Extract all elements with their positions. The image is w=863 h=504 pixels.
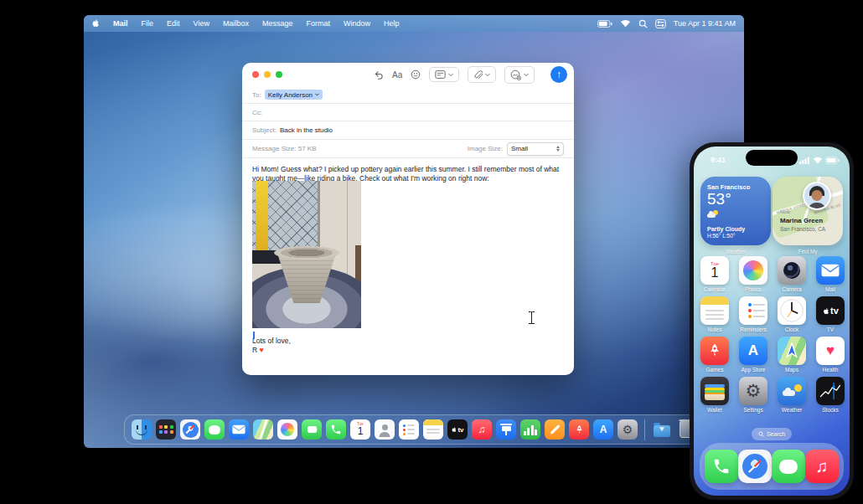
iphone-device: 9:41 San Francisco 53° Partly Cloudy H:5… (690, 142, 854, 500)
wallet-cards-icon (705, 384, 725, 399)
format-button[interactable]: Aa (392, 70, 402, 80)
dock-reminders-icon[interactable] (399, 419, 419, 440)
chevron-down-icon (448, 73, 453, 77)
menu-help[interactable]: Help (377, 19, 406, 28)
spotlight-search-pill[interactable]: Search (752, 428, 792, 440)
app-notes[interactable]: Notes (695, 296, 734, 332)
menu-message[interactable]: Message (256, 19, 300, 28)
dock-music-icon[interactable]: ♫ (472, 419, 492, 440)
dock-mail-icon[interactable] (229, 419, 249, 440)
header-fields-button[interactable] (429, 67, 459, 82)
signature-block[interactable]: Lots of love, R ♥ (252, 337, 291, 355)
dock-downloads-icon[interactable] (652, 419, 672, 440)
clock-face-icon (779, 298, 804, 323)
app-clock[interactable]: Clock (773, 296, 811, 332)
apple-menu[interactable] (84, 18, 106, 30)
dock-pages-icon[interactable] (545, 419, 565, 440)
cellular-signal-icon (799, 157, 810, 164)
app-health[interactable]: ♥ Health (811, 337, 850, 373)
dock-calendar-icon[interactable]: Tue 1 (350, 419, 370, 440)
menu-bar-clock[interactable]: Tue Apr 1 9:41 AM (674, 19, 736, 28)
app-photos[interactable]: Photos (734, 256, 773, 292)
close-button[interactable] (252, 71, 259, 78)
subject-field-row[interactable]: Subject: Back in the studio (242, 121, 574, 140)
findmy-widget[interactable]: MARINA GREEN DR MARINA BLVD Now Marina G… (773, 177, 843, 245)
iphone-dock-messages-icon[interactable] (772, 450, 805, 483)
app-tv[interactable]: tv TV (811, 296, 850, 332)
dock-finder-icon[interactable] (132, 419, 152, 440)
apple-logo-icon (822, 306, 829, 316)
dock-keynote-icon[interactable] (496, 419, 516, 440)
pottery-photo-attachment[interactable] (252, 181, 361, 328)
undo-button[interactable] (373, 69, 384, 80)
dock-safari-icon[interactable] (180, 419, 200, 440)
undo-icon (373, 69, 384, 80)
recipient-token[interactable]: Kelly Anderson (265, 90, 323, 100)
sun-cloud-icon (783, 388, 801, 398)
minimize-button[interactable] (264, 71, 271, 78)
stepper-chevrons-icon (556, 144, 560, 153)
send-button[interactable]: ↑ (550, 66, 567, 83)
weather-temperature: 53° (707, 191, 764, 208)
weather-condition: Partly Cloudy (707, 226, 764, 232)
app-maps[interactable]: Maps (773, 337, 811, 373)
iphone-dock-phone-icon[interactable] (705, 450, 738, 483)
dock-appstore-icon[interactable]: A (593, 419, 613, 440)
menu-mail[interactable]: Mail (106, 19, 135, 28)
findmy-widget-label: Find My (773, 249, 843, 255)
dock-facetime-icon[interactable] (302, 419, 322, 440)
menu-edit[interactable]: Edit (160, 19, 187, 28)
app-mail[interactable]: Mail (811, 256, 850, 292)
iphone-dock-music-icon[interactable]: ♫ (805, 450, 839, 483)
menu-view[interactable]: View (187, 19, 216, 28)
app-stocks[interactable]: Stocks (811, 377, 850, 413)
menu-file[interactable]: File (135, 19, 161, 28)
apple-logo-icon (451, 426, 457, 433)
dock-photos-icon[interactable] (277, 419, 297, 440)
iphone-dock-safari-icon[interactable] (738, 450, 772, 483)
dock-launchpad-icon[interactable] (156, 419, 176, 440)
app-weather[interactable]: Weather (773, 377, 811, 413)
search-icon (758, 431, 764, 437)
dock-messages-icon[interactable] (204, 419, 225, 440)
zoom-button[interactable] (276, 71, 282, 78)
app-reminders[interactable]: Reminders (734, 296, 773, 332)
emoji-button[interactable] (411, 69, 421, 80)
dock-tv-icon[interactable]: tv (447, 419, 468, 440)
app-appstore[interactable]: A App Store (734, 337, 773, 373)
app-games[interactable]: Games (695, 337, 734, 373)
dock-contacts-icon[interactable] (375, 419, 395, 440)
image-size-label: Image Size: (468, 145, 503, 152)
message-size-row: Message Size: 57 KB Image Size: Small (242, 140, 574, 158)
cc-field-row[interactable]: Cc: (242, 104, 574, 121)
menu-window[interactable]: Window (337, 19, 377, 28)
findmy-place: Marina Green (780, 217, 823, 224)
image-size-select[interactable]: Small (507, 142, 564, 156)
menu-format[interactable]: Format (299, 19, 337, 28)
weather-widget[interactable]: San Francisco 53° Partly Cloudy H:56° L:… (700, 177, 771, 245)
spotlight-search-icon[interactable] (638, 19, 648, 28)
app-calendar[interactable]: Tue1 Calendar (695, 256, 734, 292)
weather-high-low: H:56° L:50° (707, 233, 764, 239)
app-wallet[interactable]: Wallet (695, 377, 734, 413)
header-fields-icon (435, 70, 446, 79)
battery-icon[interactable] (597, 20, 612, 28)
attach-button[interactable] (468, 66, 496, 83)
app-camera[interactable]: Camera (773, 256, 811, 292)
dock-settings-icon[interactable]: ⚙ (618, 419, 638, 440)
dock-maps-icon[interactable] (253, 419, 273, 440)
dock-notes-icon[interactable] (423, 419, 443, 440)
to-field-row[interactable]: To: Kelly Anderson (242, 86, 574, 104)
insert-photo-button[interactable] (504, 66, 535, 84)
app-settings[interactable]: ⚙ Settings (734, 377, 773, 413)
dock-numbers-icon[interactable] (520, 419, 540, 440)
control-center-icon[interactable] (655, 19, 666, 28)
memoji-location-pin (803, 182, 831, 210)
photo-bowl-rim (274, 246, 339, 260)
menu-mailbox[interactable]: Mailbox (216, 19, 256, 28)
dock-games-icon[interactable] (569, 419, 589, 440)
iphone-screen: 9:41 San Francisco 53° Partly Cloudy H:5… (694, 147, 850, 496)
camera-lens-icon (783, 262, 800, 279)
dock-phone-icon[interactable] (326, 419, 346, 440)
wifi-icon[interactable] (620, 19, 631, 28)
